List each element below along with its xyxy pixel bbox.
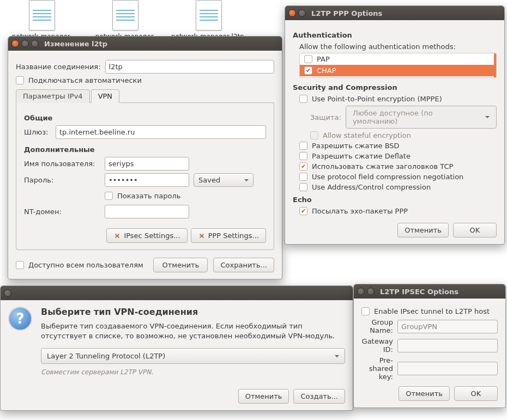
document-icon — [112, 0, 138, 31]
show-password-checkbox[interactable]: Показать пароль — [105, 192, 180, 200]
checkbox-icon — [299, 162, 307, 171]
close-icon[interactable] — [288, 9, 296, 17]
tcp-header-checkbox[interactable]: Использовать сжатие заголовков TCP — [299, 162, 497, 171]
ok-button[interactable]: OK — [453, 223, 497, 238]
cancel-button[interactable]: Отменить — [399, 386, 450, 401]
proto-field-checkbox[interactable]: Use protocol field compression negotiati… — [299, 173, 497, 181]
password-mode-select[interactable]: Saved — [194, 173, 254, 187]
available-all-label: Доступно всем пользователям — [28, 261, 143, 269]
list-item[interactable]: PAP — [300, 53, 496, 65]
protect-label: Защита: — [310, 113, 341, 121]
password-label: Пароль: — [24, 176, 100, 184]
gateway-id-input[interactable] — [397, 339, 498, 352]
optional-heading: Дополнительные — [24, 145, 266, 154]
compat-note: Совместим серверами L2TP VPN. — [41, 368, 345, 376]
show-password-label: Показать пароль — [117, 192, 180, 200]
gateway-label: Шлюз: — [24, 128, 51, 136]
ppp-options-window: L2TP PPP Options Authentication Allow th… — [285, 5, 505, 245]
close-icon[interactable] — [357, 288, 365, 295]
general-heading: Общие — [24, 114, 266, 122]
checkbox-icon — [304, 66, 312, 75]
nt-domain-label: NT-домен: — [24, 208, 100, 216]
tab-vpn[interactable]: VPN — [91, 89, 119, 103]
username-label: Имя пользователя: — [24, 160, 100, 168]
document-icon — [196, 0, 222, 31]
dialog-heading: Выберите тип VPN-соединения — [41, 307, 345, 317]
username-input[interactable] — [105, 157, 189, 171]
security-heading: Security and Compression — [293, 83, 497, 92]
window-button-icon[interactable] — [367, 288, 375, 295]
document-icon — [29, 0, 55, 31]
psk-label: Pre-shared key: — [361, 356, 393, 381]
gateway-input[interactable] — [56, 125, 266, 139]
checkbox-icon — [299, 152, 307, 160]
window-title: L2TP PPP Options — [311, 9, 382, 17]
edit-connection-window: Изменение l2tp Название соединения: Подк… — [8, 36, 282, 279]
maximize-icon[interactable] — [31, 40, 39, 47]
scrollbar[interactable] — [494, 53, 496, 77]
password-input[interactable] — [105, 173, 189, 187]
window-title: Изменение l2tp — [44, 40, 107, 48]
conn-name-input[interactable] — [105, 60, 274, 74]
echo-heading: Echo — [293, 196, 497, 204]
checkbox-icon — [310, 131, 318, 139]
create-button[interactable]: Создать... — [293, 389, 345, 404]
vpn-type-select[interactable]: Layer 2 Tunneling Protocol (L2TP) — [41, 348, 345, 364]
auto-connect-label: Подключаться автоматически — [28, 76, 142, 84]
close-icon[interactable] — [4, 289, 11, 297]
list-item[interactable]: CHAP — [300, 65, 496, 76]
checkbox-icon — [16, 76, 24, 84]
cancel-button[interactable]: Отменить — [238, 389, 289, 404]
question-icon: ? — [8, 307, 32, 331]
psk-input[interactable] — [397, 362, 498, 375]
checkbox-icon — [299, 142, 307, 150]
titlebar[interactable]: L2TP IPSEC Options — [354, 284, 505, 299]
mppe-checkbox[interactable]: Use Point-to-Point encryption (MPPE) — [299, 95, 497, 103]
checkbox-icon — [361, 307, 370, 315]
cancel-button[interactable]: Отменить — [153, 258, 208, 272]
wrench-icon — [113, 232, 121, 240]
ppp-settings-button[interactable]: PPP Settings... — [191, 228, 266, 243]
minimize-icon[interactable] — [21, 40, 29, 47]
wrench-icon — [198, 232, 206, 240]
window-title: L2TP IPSEC Options — [380, 288, 458, 296]
ipsec-settings-button[interactable]: IPsec Settings... — [106, 228, 187, 243]
echo-checkbox[interactable]: Посылать эхо-пакеты PPP — [299, 207, 497, 215]
checkbox-icon — [299, 173, 307, 181]
titlebar[interactable] — [1, 286, 353, 300]
group-name-input[interactable] — [397, 320, 498, 333]
protect-select: Любое доступное (по умолчанию) — [346, 106, 497, 129]
titlebar[interactable]: L2TP PPP Options — [285, 6, 504, 20]
bsd-checkbox[interactable]: Разрешить сжатие BSD — [299, 142, 497, 150]
ok-button[interactable]: OK — [454, 386, 498, 401]
enable-ipsec-checkbox[interactable]: Enable IPsec tunnel to L2TP host — [361, 307, 498, 315]
close-icon[interactable] — [11, 40, 19, 47]
checkbox-icon — [105, 192, 113, 200]
stateful-checkbox: Allow stateful encryption — [310, 131, 497, 139]
checkbox-icon — [299, 207, 307, 215]
dialog-description: Выберите тип создаваемого VPN-соединения… — [41, 321, 345, 340]
tab-ipv4[interactable]: Параметры IPv4 — [16, 89, 90, 103]
checkbox-icon — [304, 55, 312, 63]
auto-connect-checkbox[interactable]: Подключаться автоматически — [16, 76, 274, 84]
save-button[interactable]: Сохранить... — [213, 258, 274, 272]
choose-vpn-dialog: ? Выберите тип VPN-соединения Выберите т… — [0, 285, 353, 411]
checkbox-icon — [16, 261, 24, 269]
addr-ctrl-checkbox[interactable]: Use Address/Control compression — [299, 183, 497, 191]
auth-subtext: Allow the following authentication metho… — [299, 42, 497, 51]
nt-domain-input[interactable] — [105, 205, 189, 218]
auth-heading: Authentication — [293, 31, 497, 39]
gateway-id-label: Gateway ID: — [361, 337, 393, 354]
vpn-tab-panel: Общие Шлюз: Дополнительные Имя пользоват… — [16, 102, 274, 250]
deflate-checkbox[interactable]: Разрешить сжатие Deflate — [299, 152, 497, 160]
group-name-label: Group Name: — [361, 318, 393, 334]
cancel-button[interactable]: Отменить — [397, 223, 449, 238]
available-all-checkbox[interactable]: Доступно всем пользователям — [16, 261, 148, 269]
auth-method-list[interactable]: PAP CHAP — [299, 53, 497, 78]
window-button-icon[interactable] — [298, 9, 306, 17]
titlebar[interactable]: Изменение l2tp — [8, 36, 282, 51]
checkbox-icon — [299, 183, 307, 191]
conn-name-label: Название соединения: — [16, 63, 101, 71]
ipsec-options-window: L2TP IPSEC Options Enable IPsec tunnel t… — [353, 284, 506, 408]
checkbox-icon — [299, 95, 307, 103]
